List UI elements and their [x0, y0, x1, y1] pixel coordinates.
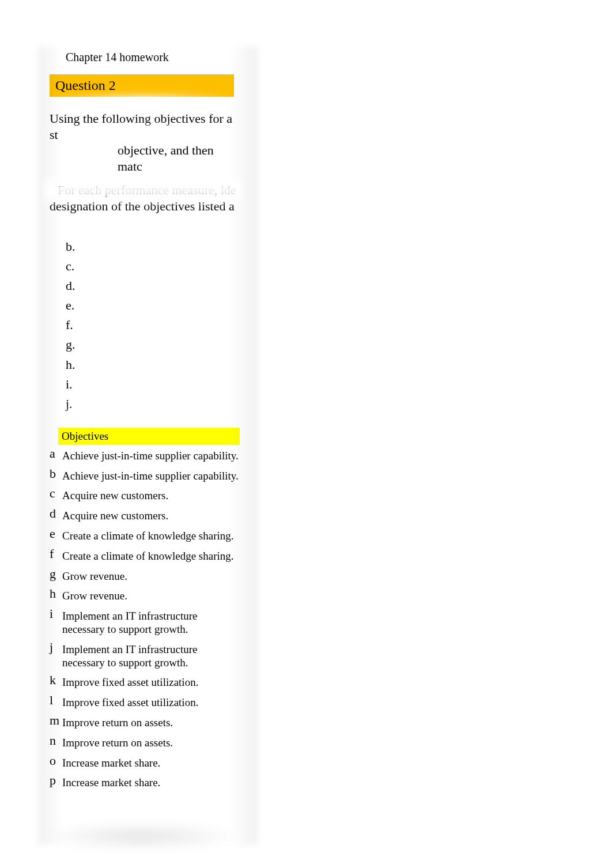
table-row: h Grow revenue.	[50, 586, 240, 606]
table-row: n Improve return on assets.	[50, 733, 240, 753]
table-row: p Increase market share.	[50, 773, 240, 793]
table-row: g Grow revenue.	[50, 567, 240, 587]
row-text: Grow revenue.	[60, 587, 127, 603]
row-text: Increase market share.	[60, 754, 160, 770]
intro-paragraph-2: For each performance measure, ide design…	[50, 182, 240, 214]
letter-list: b. c. d. e. f. g. h. i. j.	[66, 237, 612, 414]
row-key: h	[50, 587, 60, 600]
row-text: Implement an IT infrastructure necessary…	[60, 641, 240, 670]
table-row: e Create a climate of knowledge sharing.	[50, 526, 240, 546]
row-text: Acquire new customers.	[60, 507, 168, 523]
row-text: Implement an IT infrastructure necessary…	[60, 607, 240, 636]
row-text: Create a climate of knowledge sharing.	[60, 527, 234, 543]
row-text: Acquire new customers.	[60, 487, 168, 503]
row-key: f	[50, 548, 60, 560]
intro-text-block: Using the following objectives for a st …	[50, 111, 240, 214]
row-key: o	[50, 754, 60, 767]
row-key: i	[50, 607, 60, 620]
list-item: h.	[66, 355, 612, 375]
row-key: b	[50, 467, 60, 480]
table-row: f Create a climate of knowledge sharing.	[50, 546, 240, 567]
row-text: Improve fixed asset utilization.	[60, 674, 198, 689]
intro-line: Using the following objectives for a st	[50, 111, 232, 142]
list-item: f.	[66, 315, 612, 335]
row-text: Improve return on assets.	[60, 734, 173, 750]
table-row: l Improve fixed asset utilization.	[50, 693, 240, 713]
table-row: c Acquire new customers.	[50, 486, 240, 506]
objectives-section: Objectives a Achieve just-in-time suppli…	[50, 428, 240, 793]
row-key: c	[50, 487, 60, 500]
row-text: Grow revenue.	[60, 568, 127, 583]
row-key: l	[50, 694, 60, 707]
chapter-title: Chapter 14 homework	[66, 51, 612, 64]
intro-paragraph-1: Using the following objectives for a st …	[50, 111, 240, 174]
table-row: m Improve return on assets.	[50, 713, 240, 733]
row-key: j	[50, 641, 60, 654]
row-key: p	[50, 774, 60, 787]
table-row: j Implement an IT infrastructure necessa…	[50, 640, 240, 673]
question-heading: Question 2	[50, 74, 234, 97]
table-row: k Improve fixed asset utilization.	[50, 673, 240, 693]
row-text: Achieve just-in-time supplier capability…	[60, 467, 239, 483]
table-row: a Achieve just-in-time supplier capabili…	[50, 446, 240, 466]
row-key: a	[50, 447, 60, 460]
row-key: k	[50, 674, 60, 686]
list-item: j.	[66, 394, 612, 414]
list-item: c.	[66, 256, 612, 276]
table-row: i Implement an IT infrastructure necessa…	[50, 606, 240, 640]
table-row: d Acquire new customers.	[50, 506, 240, 526]
row-text: Improve fixed asset utilization.	[60, 694, 198, 710]
document-page: Chapter 14 homework Question 2 Using the…	[0, 0, 612, 868]
row-key: e	[50, 527, 60, 540]
row-text: Create a climate of knowledge sharing.	[60, 548, 234, 563]
intro-line: designation of the objectives listed a	[50, 198, 240, 214]
row-key: n	[50, 734, 60, 747]
objectives-header: Objectives	[58, 428, 240, 445]
list-item: d.	[66, 276, 612, 296]
row-key: m	[50, 714, 60, 727]
intro-line: For each performance measure, ide	[58, 183, 236, 197]
table-row: b Achieve just-in-time supplier capabili…	[50, 466, 240, 486]
list-item: g.	[66, 335, 612, 354]
row-text: Improve return on assets.	[60, 714, 173, 730]
table-row: o Increase market share.	[50, 753, 240, 773]
list-item: i.	[66, 375, 612, 394]
list-item: b.	[66, 237, 612, 256]
row-key: d	[50, 507, 60, 520]
row-key: g	[50, 568, 60, 580]
list-item: e.	[66, 296, 612, 315]
row-text: Achieve just-in-time supplier capability…	[60, 447, 239, 463]
row-text: Increase market share.	[60, 774, 160, 790]
intro-line: objective, and then matc	[50, 142, 240, 174]
decorative-shadow	[40, 822, 242, 851]
